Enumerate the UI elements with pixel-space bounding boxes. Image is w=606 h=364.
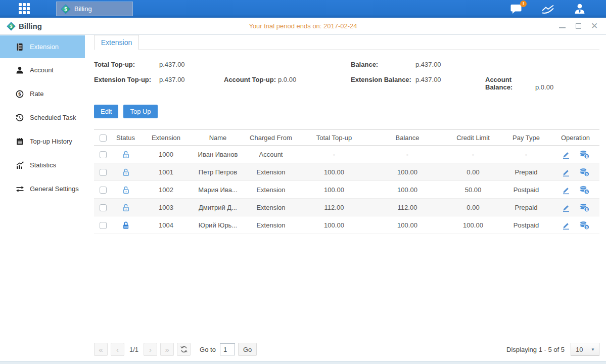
balance-label: Balance: bbox=[351, 61, 415, 68]
row-pay-type: Postpaid bbox=[501, 216, 551, 234]
table-row: 1002 Мария Ива... Extension 100.00 100.0… bbox=[94, 181, 599, 199]
status-unlocked-icon[interactable] bbox=[122, 168, 130, 176]
row-total-topup: 112.00 bbox=[299, 199, 369, 216]
prev-page-button[interactable]: ‹ bbox=[111, 343, 124, 356]
topbar-tab-billing[interactable]: Billing bbox=[56, 2, 133, 16]
row-topup-icon[interactable] bbox=[579, 203, 590, 212]
row-topup-icon[interactable] bbox=[579, 167, 590, 177]
row-edit-icon[interactable] bbox=[561, 150, 571, 159]
col-status: Status bbox=[112, 130, 139, 146]
row-topup-icon[interactable] bbox=[579, 185, 590, 195]
status-unlocked-icon[interactable] bbox=[122, 203, 130, 212]
sidebar-item-topup-history[interactable]: Top-up History bbox=[0, 129, 85, 153]
row-balance: 100.00 bbox=[369, 216, 445, 234]
notifications-chat-icon[interactable]: ! bbox=[510, 4, 523, 15]
window-bottom-edge bbox=[0, 361, 606, 364]
topup-button[interactable]: Top Up bbox=[123, 105, 157, 118]
status-unlocked-icon[interactable] bbox=[122, 150, 130, 159]
row-extension: 1002 bbox=[139, 181, 193, 199]
row-checkbox[interactable] bbox=[100, 169, 107, 176]
resource-monitor-icon[interactable] bbox=[541, 4, 555, 15]
row-checkbox[interactable] bbox=[100, 222, 107, 229]
main-panel: Extension Total Top-up:p.437.00 Balance:… bbox=[85, 35, 606, 361]
col-extension: Extension bbox=[139, 130, 193, 146]
row-topup-icon[interactable] bbox=[579, 150, 590, 159]
billing-diamond-icon bbox=[61, 4, 71, 14]
minimize-icon[interactable] bbox=[559, 24, 566, 28]
user-icon bbox=[15, 66, 24, 75]
sidebar-item-extension[interactable]: Extension bbox=[0, 35, 85, 58]
total-topup-label: Total Top-up: bbox=[94, 61, 159, 68]
status-unlocked-icon[interactable] bbox=[122, 186, 130, 194]
sidebar-item-general-settings[interactable]: General Settings bbox=[0, 177, 85, 201]
col-operation: Operation bbox=[551, 130, 599, 146]
balance-value: p.437.00 bbox=[415, 61, 441, 68]
extension-table: Status Extension Name Charged From Total… bbox=[94, 129, 599, 234]
col-credit-limit: Credit Limit bbox=[445, 130, 501, 146]
row-pay-type: Prepaid bbox=[501, 163, 551, 181]
last-page-button[interactable]: » bbox=[160, 343, 174, 356]
row-edit-icon[interactable] bbox=[561, 220, 571, 230]
tab-extension[interactable]: Extension bbox=[94, 35, 139, 50]
notebook-icon bbox=[15, 137, 24, 146]
row-extension: 1004 bbox=[139, 216, 193, 234]
app-launcher-icon[interactable] bbox=[19, 3, 31, 15]
extension-topup-label: Extension Top-up: bbox=[94, 76, 159, 83]
row-credit-limit: 50.00 bbox=[445, 181, 501, 199]
col-name: Name bbox=[193, 130, 243, 146]
refresh-button[interactable] bbox=[177, 343, 191, 356]
coin-dollar-icon: $ bbox=[15, 89, 24, 99]
sidebar-item-label: Top-up History bbox=[30, 138, 72, 145]
sidebar-item-scheduled-task[interactable]: Scheduled Task bbox=[0, 106, 85, 129]
select-all-checkbox[interactable] bbox=[100, 134, 107, 142]
topbar: Billing ! bbox=[0, 0, 606, 18]
user-account-icon[interactable] bbox=[574, 3, 586, 15]
row-balance: 100.00 bbox=[369, 181, 445, 199]
edit-button[interactable]: Edit bbox=[94, 105, 118, 118]
account-topup-label: Account Top-up: bbox=[224, 76, 278, 83]
table-header-row: Status Extension Name Charged From Total… bbox=[94, 130, 599, 146]
maximize-icon[interactable] bbox=[576, 23, 581, 29]
row-pay-type: Prepaid bbox=[501, 199, 551, 216]
extension-balance-value: p.437.00 bbox=[415, 76, 441, 83]
row-pay-type: - bbox=[501, 146, 551, 163]
next-page-button[interactable]: › bbox=[144, 343, 157, 356]
goto-label: Go to bbox=[200, 346, 216, 353]
go-button[interactable]: Go bbox=[238, 343, 257, 356]
row-checkbox[interactable] bbox=[100, 204, 107, 211]
sidebar-item-statistics[interactable]: Statistics bbox=[0, 153, 85, 177]
page-indicator: 1/1 bbox=[129, 346, 138, 353]
sidebar-item-account[interactable]: Account bbox=[0, 58, 85, 82]
sidebar-item-label: Statistics bbox=[30, 161, 56, 169]
row-topup-icon[interactable] bbox=[579, 220, 590, 230]
row-edit-icon[interactable] bbox=[561, 203, 571, 212]
row-total-topup: 100.00 bbox=[299, 216, 369, 234]
close-icon[interactable]: ✕ bbox=[591, 23, 598, 30]
goto-page-input[interactable] bbox=[220, 343, 235, 355]
table-row: 1003 Дмитрий Д... Extension 112.00 112.0… bbox=[94, 199, 599, 216]
window-title: Billing bbox=[19, 22, 42, 30]
status-locked-icon[interactable] bbox=[122, 221, 130, 230]
row-edit-icon[interactable] bbox=[561, 185, 571, 195]
sidebar-item-label: Rate bbox=[30, 90, 43, 98]
row-charged-from: Extension bbox=[243, 181, 299, 199]
row-credit-limit: 0.00 bbox=[445, 199, 501, 216]
row-name: Дмитрий Д... bbox=[193, 199, 243, 216]
row-checkbox[interactable] bbox=[100, 151, 107, 158]
sidebar: Extension Account $ Rate Scheduled Task … bbox=[0, 35, 85, 361]
sidebar-item-label: General Settings bbox=[30, 185, 79, 193]
sidebar-item-rate[interactable]: $ Rate bbox=[0, 82, 85, 106]
displaying-text: Displaying 1 - 5 of 5 bbox=[506, 346, 565, 353]
col-charged-from: Charged From bbox=[243, 130, 299, 146]
row-edit-icon[interactable] bbox=[561, 167, 571, 177]
row-credit-limit: - bbox=[445, 146, 501, 163]
trial-notice: Your trial period ends on: 2017-02-24 bbox=[0, 22, 606, 30]
row-balance: 112.00 bbox=[369, 199, 445, 216]
extension-table-body: 1000 Иван Иванов Account - - - - bbox=[94, 146, 599, 234]
ledger-icon bbox=[15, 42, 24, 52]
row-charged-from: Extension bbox=[243, 199, 299, 216]
first-page-button[interactable]: « bbox=[94, 343, 108, 356]
row-checkbox[interactable] bbox=[100, 187, 107, 194]
row-pay-type: Postpaid bbox=[501, 181, 551, 199]
page-size-select[interactable]: 10 ▼ bbox=[571, 343, 599, 356]
